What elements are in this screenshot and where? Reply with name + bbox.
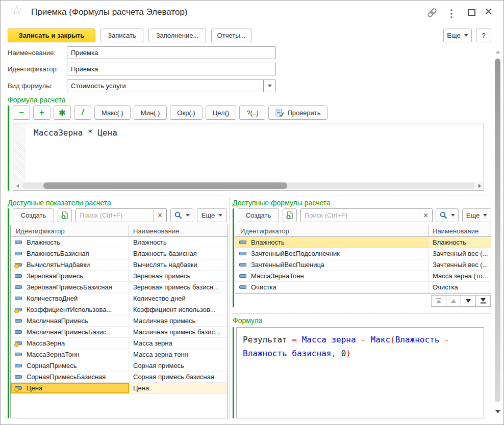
close-icon[interactable]: ×: [485, 5, 492, 18]
name-cell[interactable]: Зерновая примесь базисн...: [129, 282, 227, 293]
table-row[interactable]: МассаЗернаТоннМасса зерна тонн: [11, 349, 227, 360]
identifier-cell[interactable]: МассаЗерна: [11, 338, 129, 349]
link-icon[interactable]: [426, 7, 438, 19]
identifier-cell[interactable]: МассаЗернаТонн: [11, 349, 129, 360]
name-cell[interactable]: Зерновая примесь: [129, 271, 227, 281]
column-header-identifier[interactable]: Идентификатор: [235, 227, 428, 235]
clear-search-icon[interactable]: ×: [154, 209, 166, 222]
table-row[interactable]: МасличнаяПримесьБазис...Масличная примес…: [11, 327, 227, 338]
horizontal-scroll-thumb[interactable]: [43, 182, 287, 189]
formula-kind-dropdown-button[interactable]: [263, 80, 275, 92]
name-cell[interactable]: Масса зерна: [129, 338, 227, 349]
name-cell[interactable]: Влажность: [429, 237, 491, 248]
name-cell[interactable]: Масличная примесь: [129, 315, 227, 326]
move-up-button[interactable]: [446, 295, 461, 307]
favorite-star-icon[interactable]: ☆: [11, 4, 22, 17]
name-cell[interactable]: Количество дней: [129, 293, 227, 304]
formula-preview-box[interactable]: Результат = Масса зерна - Макс(Влажность…: [236, 327, 484, 418]
name-cell[interactable]: Влажность: [129, 237, 227, 248]
indicators-create-by-copy-button[interactable]: [58, 208, 72, 222]
scroll-right-arrow-icon[interactable]: [476, 184, 483, 188]
formula-preview-splitter[interactable]: [233, 313, 491, 314]
horizontal-scroll-track[interactable]: [22, 182, 475, 189]
name-cell[interactable]: Масса зерна тонн: [129, 349, 227, 360]
table-row[interactable]: МассаЗернаТоннМасса зерна (то...: [235, 271, 491, 282]
identifier-cell[interactable]: ЗачтенныйВесПшеница: [235, 259, 429, 270]
multiply-operator-button[interactable]: ✱: [54, 105, 71, 120]
name-cell[interactable]: Сорная примесь: [129, 360, 227, 371]
indicators-more-button[interactable]: Еще: [197, 208, 227, 222]
maximize-icon[interactable]: [468, 9, 475, 16]
identifier-cell[interactable]: ВлажностьБазисная: [11, 248, 129, 259]
divide-operator-button[interactable]: /: [74, 105, 91, 120]
plus-operator-button[interactable]: +: [33, 105, 51, 120]
indicators-table-header[interactable]: Идентификатор Наименование: [11, 225, 227, 237]
table-row[interactable]: ЗерноваяПримесьБазиснаяЗерновая примесь …: [11, 282, 227, 293]
identifier-cell[interactable]: ЗерноваяПримесьБазисная: [11, 282, 129, 293]
max-function-button[interactable]: Макс(.): [94, 105, 131, 120]
table-row[interactable]: МассаЗернаМасса зерна: [11, 338, 227, 349]
name-cell[interactable]: Вычислять надбавки: [129, 259, 227, 270]
indicators-create-button[interactable]: Создать: [13, 208, 54, 222]
formulas-create-button[interactable]: Создать: [238, 208, 279, 222]
check-formula-button[interactable]: Проверить: [268, 105, 327, 120]
identifier-cell[interactable]: Очистка: [235, 282, 429, 293]
column-header-name[interactable]: Наименование: [129, 227, 227, 235]
identifier-cell[interactable]: СорнаяПримесь: [11, 360, 129, 371]
identifier-cell[interactable]: ЗачтенныйВесПодсолнечник: [235, 248, 429, 259]
table-row[interactable]: КоличествоДнейКоличество дней: [11, 293, 227, 304]
move-to-bottom-button[interactable]: [475, 295, 491, 307]
help-button[interactable]: ?: [476, 29, 491, 42]
formulas-create-by-copy-button[interactable]: [283, 208, 297, 222]
table-row[interactable]: ВлажностьВлажность: [235, 237, 491, 248]
reports-button[interactable]: Отчеты...: [211, 29, 251, 42]
identifier-cell[interactable]: ВычислятьНадбавки: [11, 259, 129, 270]
identifier-field[interactable]: [67, 63, 276, 75]
identifier-cell[interactable]: МассаЗернаТонн: [235, 271, 429, 281]
scroll-up-arrow-icon[interactable]: [495, 50, 500, 54]
formula-kind-value[interactable]: [67, 79, 276, 92]
table-row[interactable]: ЗачтенныйВесПшеницаЗачтенный вес (...: [235, 259, 491, 271]
indicators-search-input[interactable]: [76, 211, 153, 219]
more-menu-icon[interactable]: [449, 8, 453, 19]
table-row[interactable]: ВычислятьНадбавкиВычислять надбавки: [11, 259, 227, 271]
formulas-search-button[interactable]: [436, 208, 459, 222]
name-cell[interactable]: Влажность базисная: [129, 248, 227, 259]
table-row[interactable]: КоэффициентИспользова...Коэффициент испо…: [11, 304, 227, 315]
name-cell[interactable]: Сорная примесь базисная: [129, 371, 227, 382]
name-field[interactable]: [67, 46, 276, 59]
scroll-down-arrow-icon[interactable]: [495, 410, 500, 413]
identifier-cell[interactable]: КоэффициентИспользова...: [11, 304, 129, 315]
column-header-name[interactable]: Наименование: [429, 227, 491, 235]
move-to-top-button[interactable]: [431, 295, 446, 307]
identifier-cell[interactable]: КоличествоДней: [11, 293, 129, 304]
column-header-identifier[interactable]: Идентификатор: [11, 227, 129, 235]
identifier-cell[interactable]: Цена: [11, 383, 129, 393]
name-cell[interactable]: Коэффициент использов...: [129, 304, 227, 315]
save-and-close-button[interactable]: Записать и закрыть: [8, 29, 95, 42]
table-row[interactable]: ВлажностьБазиснаяВлажность базисная: [11, 248, 227, 259]
vertical-scroll-thumb[interactable]: [495, 59, 500, 402]
identifier-cell[interactable]: СорнаяПримесьБазисная: [11, 371, 129, 382]
name-cell[interactable]: Масса зерна (то...: [429, 271, 491, 281]
table-row[interactable]: ОчисткаОчистка: [235, 282, 491, 293]
indicators-search-button[interactable]: [170, 208, 193, 222]
more-button-top[interactable]: Еще: [443, 29, 472, 42]
clear-search-icon[interactable]: ×: [419, 209, 432, 222]
formula-code-editor[interactable]: МассаЗерна * Цена: [13, 123, 484, 191]
formulas-search-input[interactable]: [301, 211, 419, 219]
min-function-button[interactable]: Мин(.): [134, 105, 167, 120]
formulas-table-header[interactable]: Идентификатор Наименование: [235, 225, 491, 237]
identifier-cell[interactable]: Влажность: [11, 237, 129, 248]
scroll-left-arrow-icon[interactable]: [14, 184, 21, 188]
table-row[interactable]: ЦенаЦена: [11, 383, 227, 394]
name-cell[interactable]: Очистка: [429, 282, 491, 293]
table-row[interactable]: МасличнаяПримесьМасличная примесь: [11, 315, 227, 327]
table-row[interactable]: СорнаяПримесьБазиснаяСорная примесь бази…: [11, 371, 227, 383]
name-cell[interactable]: Цена: [129, 383, 227, 393]
table-row[interactable]: СорнаяПримесьСорная примесь: [11, 360, 227, 371]
save-button[interactable]: Записать: [100, 29, 143, 42]
name-cell[interactable]: Зачтенный вес (...: [429, 248, 491, 259]
minus-operator-button[interactable]: −: [13, 105, 30, 120]
identifier-cell[interactable]: Влажность: [235, 237, 429, 248]
